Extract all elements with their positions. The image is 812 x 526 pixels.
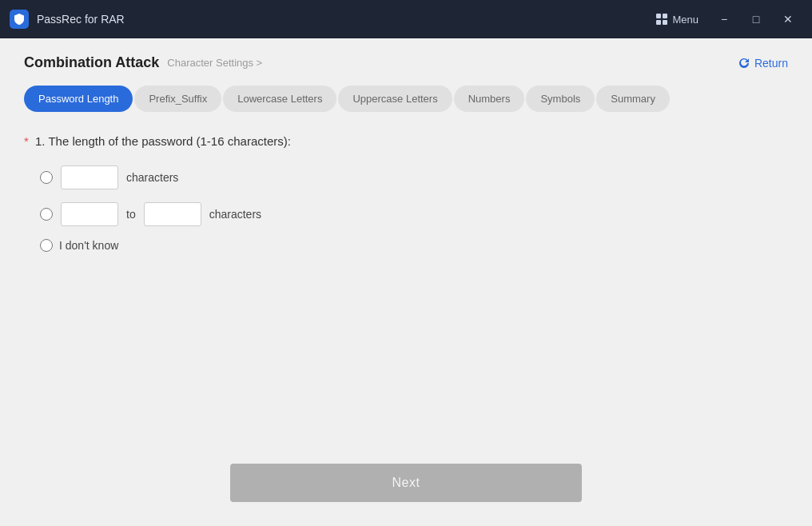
- form-area: * 1. The length of the password (1-16 ch…: [24, 134, 788, 510]
- tab-summary[interactable]: Summary: [596, 86, 670, 112]
- titlebar: PassRec for RAR Menu − □ ✕: [0, 0, 812, 38]
- svg-rect-2: [656, 20, 661, 25]
- main-content: Combination Attack Character Settings > …: [0, 38, 812, 526]
- range-characters-label: characters: [209, 208, 261, 221]
- option-dont-know-row: I don't know: [40, 239, 788, 252]
- breadcrumb: Combination Attack Character Settings > …: [24, 54, 788, 71]
- menu-label: Menu: [672, 14, 699, 26]
- close-button[interactable]: ✕: [774, 5, 802, 34]
- tab-uppercase-letters[interactable]: Uppercase Letters: [338, 86, 452, 112]
- tab-lowercase-letters[interactable]: Lowercase Letters: [223, 86, 336, 112]
- radio-dont-know[interactable]: [40, 239, 53, 252]
- svg-rect-1: [663, 14, 667, 18]
- exact-label: characters: [126, 171, 178, 184]
- return-button[interactable]: Return: [738, 57, 788, 70]
- minimize-button[interactable]: −: [710, 5, 738, 34]
- tab-numbers[interactable]: Numbers: [454, 86, 525, 112]
- exact-length-input[interactable]: [61, 165, 118, 189]
- breadcrumb-sub: Character Settings >: [167, 57, 262, 69]
- maximize-button[interactable]: □: [742, 5, 770, 34]
- question-label: * 1. The length of the password (1-16 ch…: [24, 134, 788, 148]
- radio-range[interactable]: [40, 208, 53, 221]
- dont-know-label: I don't know: [59, 239, 118, 252]
- next-button-wrap: Next: [24, 464, 788, 510]
- range-from-input[interactable]: [61, 202, 118, 226]
- tab-symbols[interactable]: Symbols: [526, 86, 595, 112]
- tab-password-length[interactable]: Password Length: [24, 86, 133, 112]
- return-label: Return: [754, 57, 788, 70]
- app-name: PassRec for RAR: [37, 13, 648, 26]
- required-marker: *: [24, 134, 32, 148]
- tab-bar: Password Length Prefix_Suffix Lowercase …: [24, 86, 788, 112]
- titlebar-controls: Menu − □ ✕: [648, 5, 802, 34]
- next-button[interactable]: Next: [230, 464, 582, 502]
- return-icon: [738, 57, 750, 70]
- svg-rect-0: [656, 14, 661, 18]
- option-exact-row: characters: [40, 165, 788, 189]
- option-range-row: to characters: [40, 202, 788, 226]
- range-to-label: to: [126, 208, 136, 221]
- menu-button[interactable]: Menu: [648, 10, 707, 29]
- radio-exact[interactable]: [40, 171, 53, 184]
- tab-prefix-suffix[interactable]: Prefix_Suffix: [134, 86, 221, 112]
- app-logo: [10, 10, 29, 29]
- svg-rect-3: [663, 20, 667, 25]
- range-to-input[interactable]: [144, 202, 201, 226]
- breadcrumb-main: Combination Attack: [24, 54, 159, 71]
